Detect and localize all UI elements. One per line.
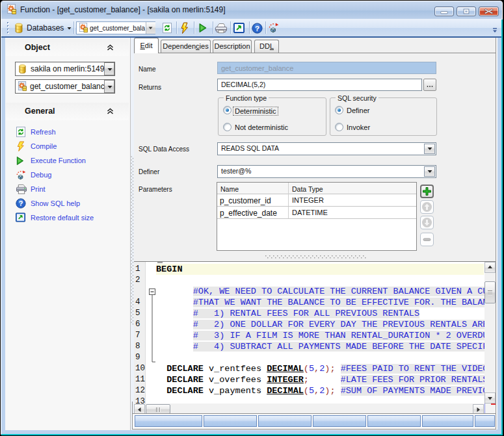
svg-text:?: ? xyxy=(255,25,259,32)
svg-text:?: ? xyxy=(19,199,23,207)
